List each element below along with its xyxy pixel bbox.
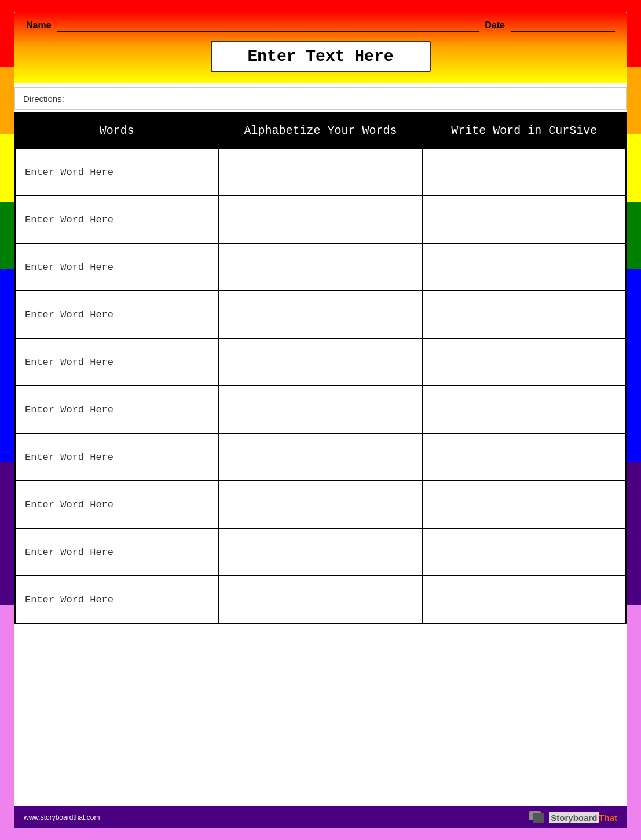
table-row: Enter Word Here — [15, 433, 626, 481]
title-box: Enter Text Here — [211, 41, 431, 72]
cursive-cell[interactable] — [422, 481, 626, 528]
svg-rect-1 — [533, 813, 544, 823]
table-row: Enter Word Here — [15, 528, 626, 576]
page-title: Enter Text Here — [247, 48, 393, 65]
cursive-cell[interactable] — [422, 528, 626, 576]
alphabetize-cell[interactable] — [219, 338, 423, 386]
name-date-row: Name Date — [26, 19, 615, 32]
table-row: Enter Word Here — [15, 243, 626, 291]
alphabetize-cell[interactable] — [219, 576, 423, 623]
storyboard-icon — [529, 811, 545, 824]
word-cell: Enter Word Here — [15, 528, 219, 576]
footer-url: www.storyboardthat.com — [24, 813, 100, 821]
table-row: Enter Word Here — [15, 481, 626, 528]
table-row: Enter Word Here — [15, 291, 626, 338]
alphabetize-cell[interactable] — [219, 243, 423, 291]
table-wrapper: Words Alphabetize Your Words Write Word … — [14, 112, 627, 806]
table-row: Enter Word Here — [15, 576, 626, 623]
alphabetize-cell[interactable] — [219, 291, 423, 338]
name-label: Name — [26, 20, 52, 31]
brand-storyboard: Storyboard — [549, 812, 599, 823]
word-cell: Enter Word Here — [15, 338, 219, 386]
cursive-cell[interactable] — [422, 148, 626, 196]
alphabetize-cell[interactable] — [219, 528, 423, 576]
word-cell: Enter Word Here — [15, 576, 219, 623]
alphabetize-cell[interactable] — [219, 196, 423, 243]
alphabetize-cell[interactable] — [219, 148, 423, 196]
cursive-cell[interactable] — [422, 243, 626, 291]
footer-brand: StoryboardThat — [529, 811, 617, 824]
col-words-header: Words — [15, 113, 219, 148]
word-cell: Enter Word Here — [15, 481, 219, 528]
col-cursive-header: Write Word in CurSive — [422, 113, 626, 148]
word-cell: Enter Word Here — [15, 196, 219, 243]
word-cell: Enter Word Here — [15, 243, 219, 291]
footer-brand-text: StoryboardThat — [549, 813, 617, 823]
word-cell: Enter Word Here — [15, 386, 219, 433]
directions-label: Directions: — [23, 94, 64, 104]
table-header-row: Words Alphabetize Your Words Write Word … — [15, 113, 626, 148]
cursive-cell[interactable] — [422, 338, 626, 386]
footer: www.storyboardthat.com StoryboardThat — [14, 806, 627, 828]
table-row: Enter Word Here — [15, 386, 626, 433]
date-label: Date — [485, 20, 505, 31]
header-section: Name Date Enter Text Here — [14, 12, 627, 83]
word-cell: Enter Word Here — [15, 291, 219, 338]
brand-that: That — [599, 813, 617, 823]
table-row: Enter Word Here — [15, 338, 626, 386]
name-input[interactable] — [57, 19, 479, 32]
cursive-cell[interactable] — [422, 576, 626, 623]
date-input[interactable] — [511, 19, 615, 32]
cursive-cell[interactable] — [422, 386, 626, 433]
alphabetize-cell[interactable] — [219, 481, 423, 528]
page-content: Name Date Enter Text Here Directions: Wo… — [14, 12, 627, 828]
spell-table: Words Alphabetize Your Words Write Word … — [14, 112, 627, 624]
word-cell: Enter Word Here — [15, 148, 219, 196]
alphabetize-cell[interactable] — [219, 433, 423, 481]
directions-bar: Directions: — [14, 87, 627, 110]
cursive-cell[interactable] — [422, 291, 626, 338]
word-cell: Enter Word Here — [15, 433, 219, 481]
table-row: Enter Word Here — [15, 196, 626, 243]
col-alphabetize-header: Alphabetize Your Words — [219, 113, 423, 148]
table-row: Enter Word Here — [15, 148, 626, 196]
cursive-cell[interactable] — [422, 196, 626, 243]
cursive-cell[interactable] — [422, 433, 626, 481]
alphabetize-cell[interactable] — [219, 386, 423, 433]
